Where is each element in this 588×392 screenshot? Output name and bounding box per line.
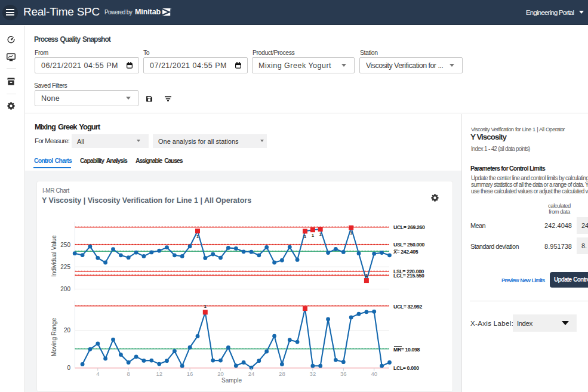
svg-text:1: 1 [365, 273, 368, 278]
svg-text:X= 242.405: X= 242.405 [393, 249, 418, 255]
svg-text:Moving Range: Moving Range [51, 317, 57, 356]
svg-text:MR= 10.098: MR= 10.098 [393, 347, 420, 353]
svg-text:32: 32 [310, 371, 316, 377]
svg-text:28: 28 [279, 371, 285, 377]
svg-text:UCL= 32.992: UCL= 32.992 [393, 304, 423, 310]
svg-text:USL= 250.000: USL= 250.000 [393, 242, 425, 248]
svg-text:225: 225 [60, 264, 70, 270]
svg-text:250: 250 [60, 242, 70, 248]
svg-text:0: 0 [67, 365, 70, 371]
svg-text:24: 24 [248, 371, 255, 377]
svg-text:UCL= 269.260: UCL= 269.260 [393, 224, 425, 230]
svg-text:Sample: Sample [221, 377, 242, 384]
svg-text:1: 1 [319, 232, 322, 237]
svg-text:Individual Value: Individual Value [51, 235, 57, 277]
svg-text:4: 4 [96, 371, 99, 377]
svg-text:LCL= 215.550: LCL= 215.550 [393, 273, 424, 279]
svg-text:LCL= 0.000: LCL= 0.000 [393, 365, 419, 371]
svg-text:200: 200 [60, 286, 70, 292]
svg-text:1: 1 [304, 234, 307, 239]
svg-text:1: 1 [196, 234, 199, 239]
svg-text:20: 20 [64, 327, 71, 334]
svg-text:1: 1 [312, 233, 315, 238]
svg-text:8: 8 [127, 371, 130, 377]
svg-text:20: 20 [217, 371, 224, 377]
svg-text:1: 1 [350, 230, 353, 236]
svg-text:36: 36 [340, 371, 347, 377]
svg-text:1: 1 [204, 304, 207, 309]
svg-text:12: 12 [156, 371, 162, 377]
svg-text:40: 40 [371, 371, 377, 377]
svg-text:16: 16 [187, 371, 193, 377]
